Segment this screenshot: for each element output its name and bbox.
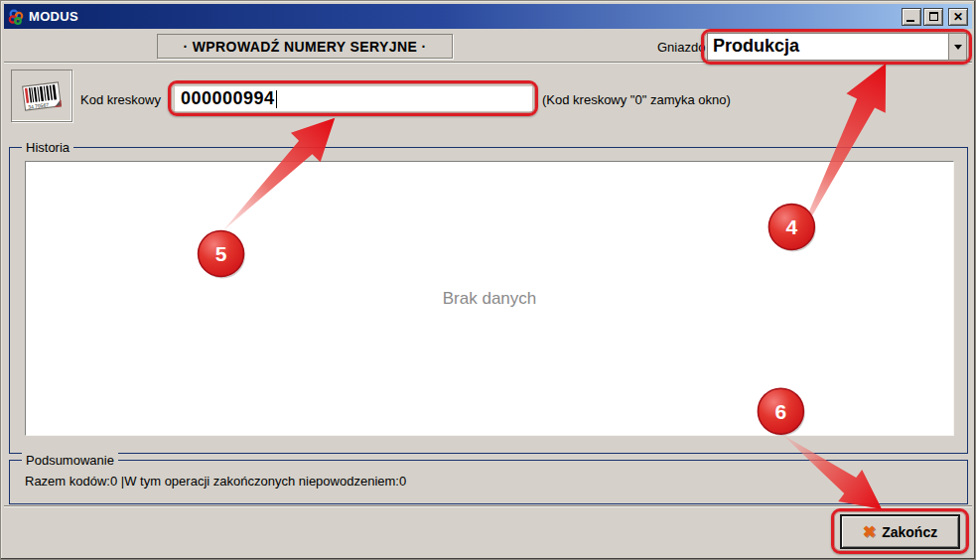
cancel-cross-icon: ✖ xyxy=(863,524,876,540)
maximize-icon xyxy=(929,12,938,21)
svg-text:34 70567: 34 70567 xyxy=(28,101,50,110)
text-caret xyxy=(276,90,277,108)
page-title: · WPROWADŹ NUMERY SERYJNE · xyxy=(157,34,453,59)
historia-list[interactable]: Brak danych xyxy=(25,161,954,436)
close-icon: ✕ xyxy=(953,11,963,23)
header-divider xyxy=(4,62,972,64)
summary-text: Razem kodów:0 |W tym operacji zakończony… xyxy=(25,474,406,489)
barcode-hint: (Kod kreskowy "0" zamyka okno) xyxy=(542,92,731,107)
chevron-down-icon xyxy=(954,45,962,50)
finish-button[interactable]: ✖ Zakończ xyxy=(840,514,960,549)
empty-state-text: Brak danych xyxy=(443,289,537,309)
close-button[interactable]: ✕ xyxy=(948,8,968,26)
minimize-icon xyxy=(906,20,914,22)
barcode-icon: 34 70567 xyxy=(19,77,65,115)
podsumowanie-title: Podsumowanie xyxy=(22,453,118,468)
window-controls: ✕ xyxy=(902,8,968,26)
gniazdo-label: Gniazdo xyxy=(657,40,705,55)
gniazdo-select[interactable]: Produkcja xyxy=(707,33,967,61)
title-bar[interactable]: MODUS ✕ xyxy=(4,4,972,29)
historia-groupbox: Historia Brak danych xyxy=(9,147,968,454)
barcode-input-value: 000000994 xyxy=(181,88,275,109)
minimize-button[interactable] xyxy=(902,8,921,26)
app-window: MODUS ✕ · WPROWADŹ NUMERY SERYJNE · Gnia… xyxy=(0,0,976,560)
finish-button-label: Zakończ xyxy=(882,524,937,540)
barcode-icon-panel: 34 70567 xyxy=(11,70,72,122)
barcode-input[interactable]: 000000994 xyxy=(174,85,533,112)
gniazdo-selected-value: Produkcja xyxy=(708,34,948,60)
window-title: MODUS xyxy=(29,9,78,24)
historia-title: Historia xyxy=(22,140,73,155)
app-logo-icon xyxy=(8,9,24,25)
podsumowanie-groupbox: Podsumowanie Razem kodów:0 |W tym operac… xyxy=(9,460,968,504)
barcode-label: Kod kreskowy xyxy=(80,92,161,107)
footer-divider xyxy=(4,505,972,507)
gniazdo-dropdown-button[interactable] xyxy=(948,34,966,60)
maximize-button[interactable] xyxy=(923,8,943,26)
